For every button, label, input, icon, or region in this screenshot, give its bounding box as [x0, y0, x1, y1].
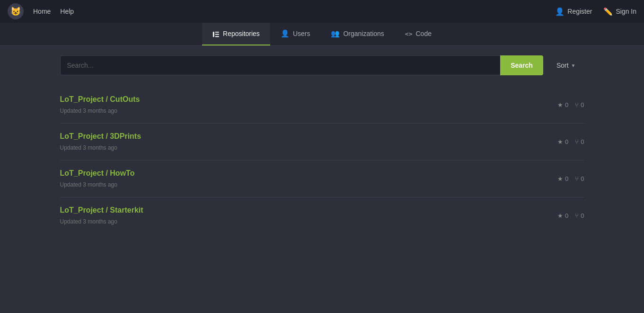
repo-stars: ★ 0 — [557, 175, 568, 182]
tab-repositories[interactable]: Repositories — [202, 23, 270, 45]
sort-arrow-icon: ▼ — [571, 63, 576, 68]
fork-icon: ⑂ — [575, 138, 579, 145]
star-icon: ★ — [557, 101, 563, 108]
repo-info: LoT_Project / 3DPrints Updated 3 months … — [60, 132, 141, 152]
star-count: 0 — [565, 212, 568, 219]
repo-forks: ⑂ 0 — [575, 138, 584, 145]
repositories-icon — [212, 29, 220, 38]
signin-icon: ✏️ — [603, 7, 613, 16]
repo-forks: ⑂ 0 — [575, 175, 584, 182]
navbar-right: 👤 Register ✏️ Sign In — [555, 7, 636, 16]
tabs: Repositories 👤 Users 👥 Organizations <> … — [202, 23, 442, 45]
repo-stars: ★ 0 — [557, 138, 568, 145]
fork-icon: ⑂ — [575, 212, 579, 219]
repo-stats: ★ 0 ⑂ 0 — [557, 175, 584, 182]
svg-rect-3 — [215, 36, 219, 37]
repo-name[interactable]: LoT_Project / HowTo — [60, 169, 135, 178]
sort-button[interactable]: Sort ▼ — [548, 55, 584, 75]
fork-count: 0 — [581, 212, 584, 219]
nav-home[interactable]: Home — [33, 8, 51, 15]
star-icon: ★ — [557, 175, 563, 182]
repo-info: LoT_Project / CutOuts Updated 3 months a… — [60, 95, 140, 115]
logo-icon: 😺 — [10, 6, 21, 17]
fork-icon: ⑂ — [575, 175, 579, 182]
repo-item: LoT_Project / CutOuts Updated 3 months a… — [60, 87, 584, 124]
repo-stars: ★ 0 — [557, 101, 568, 108]
search-input[interactable] — [60, 55, 501, 75]
star-count: 0 — [565, 138, 568, 145]
register-action[interactable]: 👤 Register — [555, 7, 592, 16]
register-icon: 👤 — [555, 7, 565, 16]
svg-rect-2 — [215, 34, 219, 35]
navbar: 😺 Home Help 👤 Register ✏️ Sign In — [0, 0, 644, 23]
fork-count: 0 — [581, 101, 584, 108]
repo-name[interactable]: LoT_Project / 3DPrints — [60, 132, 141, 141]
star-count: 0 — [565, 101, 568, 108]
navbar-left: 😺 Home Help — [8, 3, 74, 19]
tab-code[interactable]: <> Code — [395, 23, 442, 45]
repo-stats: ★ 0 ⑂ 0 — [557, 101, 584, 108]
users-icon: 👤 — [281, 29, 290, 38]
tab-repositories-label: Repositories — [223, 30, 260, 37]
search-row: Search Sort ▼ — [60, 55, 584, 75]
repo-info: LoT_Project / HowTo Updated 3 months ago — [60, 169, 135, 188]
repo-updated: Updated 3 months ago — [60, 181, 117, 188]
sort-label: Sort — [556, 62, 569, 69]
fork-count: 0 — [581, 138, 584, 145]
repo-item: LoT_Project / 3DPrints Updated 3 months … — [60, 124, 584, 161]
repo-item: LoT_Project / Starterkit Updated 3 month… — [60, 197, 584, 234]
star-icon: ★ — [557, 138, 563, 145]
repo-updated: Updated 3 months ago — [60, 107, 117, 114]
code-icon: <> — [405, 30, 413, 37]
nav-help[interactable]: Help — [60, 8, 74, 15]
repo-item: LoT_Project / HowTo Updated 3 months ago… — [60, 161, 584, 197]
repo-name[interactable]: LoT_Project / CutOuts — [60, 95, 140, 104]
signin-label: Sign In — [616, 8, 636, 15]
svg-rect-1 — [215, 32, 219, 33]
tab-organizations-label: Organizations — [343, 30, 384, 37]
organizations-icon: 👥 — [331, 29, 340, 38]
fork-count: 0 — [581, 175, 584, 182]
fork-icon: ⑂ — [575, 101, 579, 108]
star-icon: ★ — [557, 212, 563, 219]
repo-name[interactable]: LoT_Project / Starterkit — [60, 206, 143, 215]
tab-users-label: Users — [293, 30, 310, 37]
repo-stars: ★ 0 — [557, 212, 568, 219]
signin-action[interactable]: ✏️ Sign In — [603, 7, 636, 16]
repo-forks: ⑂ 0 — [575, 101, 584, 108]
tab-organizations[interactable]: 👥 Organizations — [320, 23, 394, 45]
logo[interactable]: 😺 — [8, 3, 24, 19]
tab-users[interactable]: 👤 Users — [270, 23, 321, 45]
register-label: Register — [567, 8, 592, 15]
star-count: 0 — [565, 175, 568, 182]
svg-rect-0 — [213, 32, 214, 37]
repo-info: LoT_Project / Starterkit Updated 3 month… — [60, 206, 143, 225]
main-content: Search Sort ▼ LoT_Project / CutOuts Upda… — [53, 46, 592, 243]
repo-updated: Updated 3 months ago — [60, 144, 117, 151]
repo-stats: ★ 0 ⑂ 0 — [557, 212, 584, 219]
repo-updated: Updated 3 months ago — [60, 218, 117, 225]
repo-list: LoT_Project / CutOuts Updated 3 months a… — [60, 87, 584, 234]
tabs-container: Repositories 👤 Users 👥 Organizations <> … — [0, 23, 644, 46]
repo-stats: ★ 0 ⑂ 0 — [557, 138, 584, 145]
tab-code-label: Code — [415, 30, 431, 37]
repo-forks: ⑂ 0 — [575, 212, 584, 219]
search-button[interactable]: Search — [500, 55, 543, 75]
